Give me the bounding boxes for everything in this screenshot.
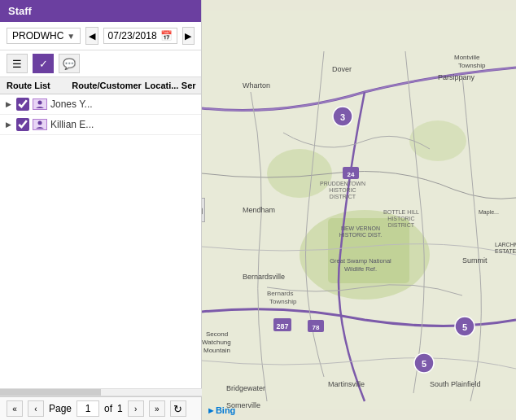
horizontal-scrollbar[interactable]: [0, 388, 202, 396]
row-checkbox[interactable]: [16, 98, 29, 111]
person-icon: [35, 120, 45, 129]
svg-text:Wharton: Wharton: [243, 81, 270, 90]
refresh-button[interactable]: ↻: [170, 400, 186, 417]
svg-point-4: [267, 149, 332, 198]
chat-button[interactable]: 💬: [59, 54, 80, 73]
route-icon: [33, 98, 47, 110]
chat-icon: 💬: [63, 58, 76, 70]
date-value: 07/23/2018: [108, 30, 157, 42]
check-view-button[interactable]: ✓: [33, 54, 54, 73]
panel-title: Staff: [8, 5, 32, 17]
table-rows: ▶ Jones Y... ▶: [0, 94, 201, 388]
svg-text:24: 24: [348, 171, 355, 178]
svg-text:DISTRICT: DISTRICT: [330, 194, 356, 199]
icon-toolbar: ☰ ✓ 💬: [0, 50, 201, 77]
bing-icon: ►: [207, 405, 216, 415]
svg-text:Summit: Summit: [462, 256, 488, 265]
svg-text:NEW VERNON: NEW VERNON: [341, 225, 380, 231]
svg-text:South Plainfield: South Plainfield: [430, 380, 481, 388]
svg-text:Bernards: Bernards: [267, 290, 293, 297]
left-panel: Staff PRODWHC ▼ ◀ 07/23/2018 📅 ▶ ☰ ✓ 💬: [0, 0, 202, 420]
table-header: Route List Route/Customer Locati... Ser: [0, 77, 201, 94]
col-header-route-customer: Route/Customer: [68, 81, 142, 90]
prodwhc-dropdown[interactable]: PRODWHC ▼: [7, 28, 81, 44]
next-page-button[interactable]: ›: [128, 400, 144, 417]
svg-text:ESTATES: ESTATES: [495, 248, 516, 254]
pagination-bar: « ‹ Page of 1 › » ↻: [0, 396, 201, 420]
chevron-down-icon: ▼: [67, 32, 75, 41]
table-row[interactable]: ▶ Jones Y...: [0, 94, 201, 115]
svg-text:Township: Township: [269, 298, 297, 305]
svg-text:3: 3: [340, 112, 345, 122]
svg-text:287: 287: [276, 322, 288, 330]
panel-header: Staff: [0, 0, 201, 22]
row-name: Killian E...: [50, 119, 94, 130]
expand-icon: ▶: [3, 100, 13, 108]
map-toggle-button[interactable]: ◀: [202, 198, 205, 222]
prev-page-button[interactable]: ‹: [28, 400, 44, 417]
route-icon: [33, 119, 47, 130]
of-label: of: [104, 403, 112, 414]
bing-logo: ►Bing: [207, 405, 235, 415]
col-header-route-list: Route List: [0, 81, 68, 90]
page-input[interactable]: [77, 400, 99, 417]
date-field: 07/23/2018 📅: [103, 28, 177, 44]
svg-text:Parsippany: Parsippany: [438, 73, 475, 81]
calendar-icon[interactable]: 📅: [160, 30, 173, 42]
list-view-button[interactable]: ☰: [7, 54, 28, 73]
svg-text:5: 5: [422, 359, 426, 369]
svg-text:Bridgewater: Bridgewater: [226, 384, 265, 392]
svg-text:Watchung: Watchung: [202, 339, 231, 346]
svg-text:Bernardsville: Bernardsville: [243, 273, 285, 281]
table-row[interactable]: ▶ Killian E...: [0, 115, 201, 135]
total-pages: 1: [117, 403, 123, 414]
svg-text:Great Swamp National: Great Swamp National: [330, 257, 391, 265]
last-page-button[interactable]: »: [149, 400, 165, 417]
row-name: Jones Y...: [50, 98, 93, 110]
svg-text:Dover: Dover: [332, 65, 352, 73]
svg-text:Second: Second: [206, 330, 228, 338]
next-date-button[interactable]: ▶: [182, 27, 195, 45]
svg-text:Wildlife Ref.: Wildlife Ref.: [344, 265, 377, 273]
map-svg: 3 287 78 24 5 5 Wharton Dover Par: [202, 0, 516, 420]
scroll-thumb: [0, 389, 101, 396]
svg-text:LARCHMONT: LARCHMONT: [495, 242, 516, 247]
expand-icon: ▶: [3, 120, 13, 129]
svg-text:Mendham: Mendham: [243, 206, 275, 214]
row-checkbox[interactable]: [16, 118, 29, 131]
svg-text:5: 5: [462, 322, 467, 332]
list-icon: ☰: [12, 58, 22, 70]
prev-date-button[interactable]: ◀: [85, 27, 98, 45]
svg-text:HISTORIC DIST.: HISTORIC DIST.: [339, 232, 382, 238]
svg-point-5: [409, 120, 466, 161]
map-panel: ◀: [202, 0, 516, 420]
bing-label: Bing: [216, 405, 235, 415]
svg-text:DISTRICT: DISTRICT: [388, 222, 415, 228]
svg-point-0: [38, 101, 42, 105]
svg-point-1: [38, 121, 42, 125]
svg-text:HISTORIC: HISTORIC: [329, 187, 356, 193]
svg-text:PRUDDENTOWN: PRUDDENTOWN: [320, 181, 365, 186]
svg-text:Martinsville: Martinsville: [328, 380, 365, 388]
page-label: Page: [49, 403, 72, 414]
refresh-icon: ↻: [173, 403, 182, 415]
dropdown-label: PRODWHC: [12, 30, 63, 42]
first-page-button[interactable]: «: [7, 400, 23, 417]
svg-text:HISTORIC: HISTORIC: [387, 216, 414, 221]
svg-text:Township: Township: [458, 62, 486, 69]
svg-text:Mountain: Mountain: [203, 347, 230, 354]
svg-text:BOTTLE HILL: BOTTLE HILL: [383, 209, 419, 215]
chevron-left-icon: ◀: [202, 206, 203, 215]
svg-text:Montville: Montville: [454, 54, 480, 61]
svg-text:78: 78: [313, 324, 320, 331]
col-header-location: Locati...: [142, 81, 178, 90]
col-header-ser: Ser: [178, 81, 201, 90]
svg-text:Maple...: Maple...: [479, 209, 499, 216]
person-icon: [35, 100, 45, 108]
main-toolbar: PRODWHC ▼ ◀ 07/23/2018 📅 ▶: [0, 22, 201, 50]
check-icon: ✓: [39, 58, 48, 70]
